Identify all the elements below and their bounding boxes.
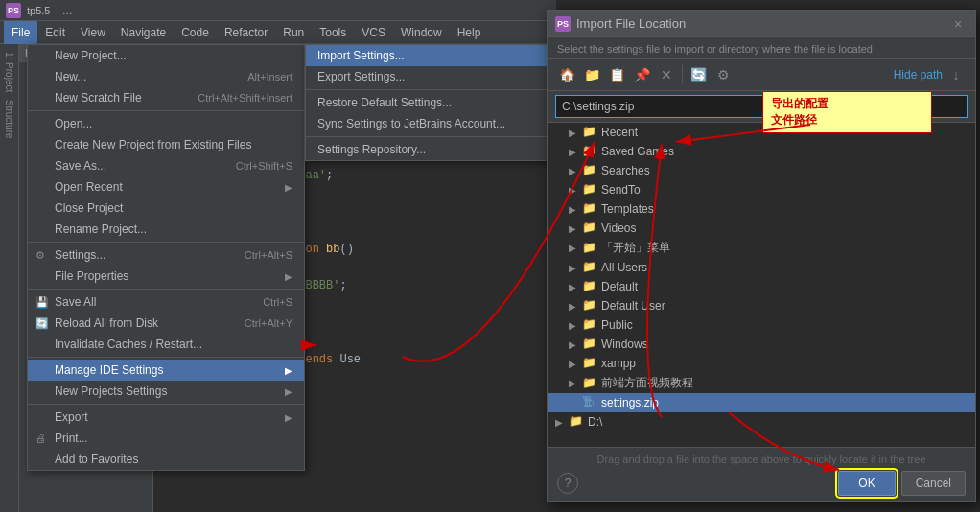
menu-tools[interactable]: Tools — [312, 21, 354, 44]
menu-file[interactable]: File — [4, 21, 37, 44]
menu-navigate[interactable]: Navigate — [113, 21, 174, 44]
ide-title-text: tp5.5 – … — [27, 5, 73, 16]
menu-settings[interactable]: ⚙ Settings... Ctrl+Alt+S — [28, 244, 304, 266]
dialog-title: Import File Location — [576, 16, 948, 31]
menu-save-as[interactable]: Save As... Ctrl+Shift+S — [28, 155, 304, 176]
dialog-buttons: ? OK Cancel — [557, 471, 966, 496]
tree-item-sendto[interactable]: ▶ 📁 SendTo — [548, 180, 975, 199]
menu-help[interactable]: Help — [450, 21, 489, 44]
menu-save-all[interactable]: 💾 Save All Ctrl+S — [28, 291, 304, 313]
menu-new-project[interactable]: New Project... — [28, 45, 304, 66]
menu-create-from-existing[interactable]: Create New Project from Existing Files — [28, 134, 304, 155]
menu-file-properties[interactable]: File Properties ▶ — [28, 266, 304, 287]
tree-item-searches[interactable]: ▶ 📁 Searches — [548, 161, 975, 180]
tree-item-templates[interactable]: ▶ 📁 Templates — [548, 199, 975, 219]
toolbar-delete-button[interactable]: ✕ — [655, 63, 678, 86]
toolbar-config-button[interactable]: ⚙ — [712, 63, 735, 86]
tree-item-default-user[interactable]: ▶ 📁 Default User — [548, 296, 975, 315]
menu-open[interactable]: Open... — [28, 113, 304, 134]
submenu-sync-settings[interactable]: Sync Settings to JetBrains Account... — [306, 113, 553, 134]
separator-1 — [28, 110, 304, 111]
folder-icon-d-drive: 📁 — [569, 414, 584, 430]
manage-ide-submenu: Import Settings... Export Settings... Re… — [305, 44, 554, 161]
folder-icon-windows: 📁 — [582, 337, 597, 352]
tree-item-d-drive[interactable]: ▶ 📁 D:\ — [548, 412, 975, 431]
tree-item-video-tutorials[interactable]: ▶ 📁 前端方面视频教程 — [548, 373, 975, 393]
folder-icon-templates: 📁 — [582, 201, 597, 217]
reload-icon: 🔄 — [35, 317, 49, 330]
submenu-settings-repository[interactable]: Settings Repository... — [306, 139, 553, 160]
menu-open-recent[interactable]: Open Recent ▶ — [28, 176, 304, 198]
menu-run[interactable]: Run — [275, 21, 312, 44]
menu-reload-all[interactable]: 🔄 Reload All from Disk Ctrl+Alt+Y — [28, 313, 304, 334]
tree-item-videos[interactable]: ▶ 📁 Videos — [548, 219, 975, 238]
folder-icon-sendto: 📁 — [582, 182, 597, 198]
menu-new[interactable]: New... Alt+Insert — [28, 66, 304, 87]
cancel-button[interactable]: Cancel — [901, 471, 966, 496]
ide-logo: PS — [6, 3, 21, 18]
toolbar-refresh-button[interactable]: 🔄 — [687, 63, 710, 86]
toolbar-copy-button[interactable]: 📋 — [605, 63, 628, 86]
tree-item-saved-games[interactable]: ▶ 📁 Saved Games — [548, 142, 975, 161]
menu-vcs[interactable]: VCS — [354, 21, 393, 44]
menu-new-scratch[interactable]: New Scratch File Ctrl+Alt+Shift+Insert — [28, 87, 304, 108]
ide-titlebar: PS tp5.5 – … — [0, 0, 556, 21]
tree-item-start-menu[interactable]: ▶ 📁 「开始」菜单 — [548, 238, 975, 258]
dialog-logo: PS — [555, 16, 571, 32]
folder-icon-searches: 📁 — [582, 163, 597, 178]
menu-edit[interactable]: Edit — [37, 21, 73, 44]
sidebar-structure[interactable]: Structure — [2, 96, 16, 143]
dialog-titlebar: PS Import File Location × — [548, 11, 975, 37]
save-icon: 💾 — [35, 296, 49, 309]
folder-icon-default: 📁 — [582, 279, 597, 294]
menu-refactor[interactable]: Refactor — [217, 21, 275, 44]
annotation-box: 导出的配置 文件路径 — [762, 91, 932, 133]
menu-window[interactable]: Window — [393, 21, 450, 44]
file-tree[interactable]: ▶ 📁 Recent ▶ 📁 Saved Games ▶ 📁 Searches … — [548, 123, 975, 447]
ok-button[interactable]: OK — [838, 471, 895, 496]
submenu-separator-1 — [306, 89, 553, 90]
folder-icon-video-tutorials: 📁 — [582, 376, 597, 391]
toolbar-separator — [682, 65, 683, 84]
hide-path-button[interactable]: Hide path — [894, 68, 943, 81]
sidebar-project[interactable]: 1: Project — [2, 48, 16, 96]
menu-view[interactable]: View — [73, 21, 113, 44]
settings-icon: ⚙ — [35, 249, 45, 262]
dialog-close-button[interactable]: × — [948, 14, 968, 34]
submenu-restore-default[interactable]: Restore Default Settings... — [306, 92, 553, 113]
folder-icon-recent: 📁 — [582, 125, 597, 140]
folder-icon-default-user: 📁 — [582, 298, 597, 314]
menu-rename-project[interactable]: Rename Project... — [28, 219, 304, 240]
tree-item-all-users[interactable]: ▶ 📁 All Users — [548, 258, 975, 277]
toolbar-pin-button[interactable]: 📌 — [630, 63, 653, 86]
dialog-footer: Drag and drop a file into the space abov… — [548, 447, 975, 501]
tree-item-windows[interactable]: ▶ 📁 Windows — [548, 335, 975, 354]
submenu-import-settings[interactable]: Import Settings... — [306, 45, 553, 66]
toolbar-folder-button[interactable]: 📁 — [580, 63, 603, 86]
menu-new-projects-settings[interactable]: New Projects Settings ▶ — [28, 381, 304, 402]
toolbar-home-button[interactable]: 🏠 — [555, 63, 578, 86]
menu-print[interactable]: 🖨 Print... — [28, 428, 304, 449]
menu-add-to-favorites[interactable]: Add to Favorites — [28, 449, 304, 470]
print-icon: 🖨 — [35, 432, 46, 444]
tree-item-settings-zip[interactable]: 🗜 settings.zip — [548, 393, 975, 412]
separator-2 — [28, 242, 304, 243]
toolbar-download-button[interactable]: ↓ — [945, 63, 968, 86]
separator-3 — [28, 289, 304, 290]
menu-export[interactable]: Export ▶ — [28, 407, 304, 428]
dialog-toolbar: 🏠 📁 📋 📌 ✕ 🔄 ⚙ Hide path ↓ — [548, 59, 975, 91]
ide-sidebar: 1: Project Structure — [0, 44, 19, 512]
tree-item-public[interactable]: ▶ 📁 Public — [548, 315, 975, 335]
file-menu-dropdown: New Project... New... Alt+Insert New Scr… — [27, 44, 305, 471]
menu-invalidate-caches[interactable]: Invalidate Caches / Restart... — [28, 334, 304, 355]
submenu-export-settings[interactable]: Export Settings... — [306, 66, 553, 87]
help-button[interactable]: ? — [557, 473, 578, 494]
tree-item-xampp[interactable]: ▶ 📁 xampp — [548, 354, 975, 373]
separator-5 — [28, 404, 304, 405]
menu-code[interactable]: Code — [174, 21, 217, 44]
menu-close-project[interactable]: Close Project — [28, 198, 304, 219]
dialog-subtitle: Select the settings file to import or di… — [548, 37, 975, 59]
menu-manage-ide-settings[interactable]: Manage IDE Settings ▶ — [28, 360, 304, 381]
tree-item-default[interactable]: ▶ 📁 Default — [548, 277, 975, 296]
folder-icon-xampp: 📁 — [582, 356, 597, 371]
